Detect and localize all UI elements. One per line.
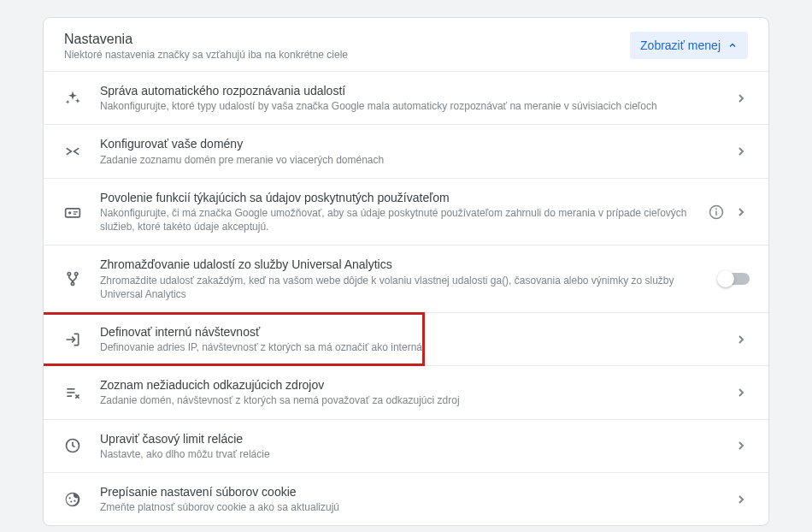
row-session-timeout[interactable]: Upraviť časový limit relácie Nastavte, a… — [44, 420, 768, 473]
chevron-right-icon — [733, 437, 750, 454]
row-trailing — [709, 204, 750, 221]
row-referrals[interactable]: Zoznam nežiaducich odkazujúcich zdrojov … — [44, 366, 768, 419]
svg-rect-2 — [74, 211, 78, 212]
chevron-right-icon — [733, 331, 750, 348]
row-user-data[interactable]: Povolenie funkcií týkajúcich sa údajov p… — [44, 179, 768, 246]
row-body: Povolenie funkcií týkajúcich sa údajov p… — [100, 190, 709, 234]
row-desc: Zmeňte platnosť súborov cookie a ako sa … — [100, 500, 724, 514]
svg-point-1 — [68, 211, 71, 214]
row-title: Zoznam nežiaducich odkazujúcich zdrojov — [100, 377, 724, 393]
row-body: Zhromažďovanie udalostí zo služby Univer… — [100, 257, 719, 301]
row-ua-events[interactable]: Zhromažďovanie udalostí zo služby Univer… — [44, 245, 768, 313]
row-trailing — [733, 90, 750, 107]
row-body: Prepísanie nastavení súborov cookie Zmeň… — [100, 484, 733, 514]
merge-icon — [62, 141, 83, 162]
chevron-right-icon — [733, 90, 750, 107]
row-desc: Zadanie domén, návštevnosť z ktorých sa … — [100, 393, 724, 407]
row-title: Upraviť časový limit relácie — [100, 431, 724, 446]
row-internal-traffic[interactable]: Definovať internú návštevnosť Definovani… — [44, 313, 768, 366]
row-title: Definovať internú návštevnosť — [100, 324, 724, 340]
cookie-icon — [62, 489, 83, 510]
row-title: Správa automatického rozpoznávania udalo… — [100, 83, 724, 98]
row-desc: Nakonfigurujte, ktoré typy udalostí by v… — [100, 99, 724, 113]
clock-icon — [62, 435, 83, 456]
svg-rect-0 — [66, 208, 80, 216]
row-desc: Zhromaždite udalosť zakaždým, keď na vaš… — [100, 274, 710, 301]
row-body: Konfigurovať vaše domény Zadanie zoznamu… — [100, 136, 733, 166]
row-auto-events[interactable]: Správa automatického rozpoznávania udalo… — [44, 72, 768, 125]
row-title: Povolenie funkcií týkajúcich sa údajov p… — [100, 190, 700, 205]
info-icon[interactable] — [709, 204, 724, 220]
chevron-right-icon — [733, 204, 750, 221]
chevron-up-icon — [727, 40, 738, 50]
toggle-switch[interactable] — [719, 273, 750, 285]
row-cookies[interactable]: Prepísanie nastavení súborov cookie Zmeň… — [44, 473, 768, 525]
chevron-right-icon — [733, 491, 750, 508]
row-trailing — [719, 273, 750, 285]
row-body: Správa automatického rozpoznávania udalo… — [100, 83, 733, 113]
svg-point-6 — [715, 208, 717, 210]
fork-icon — [62, 269, 83, 289]
row-trailing — [733, 384, 750, 401]
row-trailing — [733, 143, 750, 160]
svg-point-8 — [75, 273, 78, 275]
row-desc: Zadanie zoznamu domén pre meranie vo via… — [100, 153, 724, 167]
badge-icon — [62, 202, 83, 222]
settings-list: Správa automatického rozpoznávania udalo… — [44, 71, 768, 525]
svg-point-9 — [71, 282, 74, 285]
row-trailing — [733, 331, 750, 348]
row-body: Upraviť časový limit relácie Nastavte, a… — [100, 431, 733, 461]
card-header: Nastavenia Niektoré nastavenia značky sa… — [44, 18, 768, 71]
svg-point-16 — [69, 497, 71, 499]
row-title: Prepísanie nastavení súborov cookie — [100, 484, 724, 499]
row-domains[interactable]: Konfigurovať vaše domény Zadanie zoznamu… — [44, 125, 768, 178]
row-trailing — [733, 437, 750, 454]
row-trailing — [733, 491, 750, 508]
chevron-right-icon — [733, 384, 750, 401]
row-desc: Definovanie adries IP, návštevnosť z kto… — [100, 340, 724, 354]
card-header-text: Nastavenia Niektoré nastavenia značky sa… — [64, 32, 348, 61]
svg-point-7 — [68, 273, 70, 275]
list-remove-icon — [62, 382, 83, 403]
row-title: Zhromažďovanie udalostí zo služby Univer… — [100, 257, 710, 272]
row-title: Konfigurovať vaše domény — [100, 136, 724, 151]
login-icon — [62, 329, 83, 350]
collapse-label: Zobraziť menej — [640, 38, 721, 52]
row-desc: Nastavte, ako dlho môžu trvať relácie — [100, 447, 724, 461]
svg-point-18 — [74, 499, 75, 501]
card-title: Nastavenia — [64, 32, 348, 47]
card-subtitle: Niektoré nastavenia značky sa vzťahujú i… — [64, 49, 348, 61]
collapse-button[interactable]: Zobraziť menej — [630, 32, 748, 59]
row-body: Zoznam nežiaducich odkazujúcich zdrojov … — [100, 377, 733, 407]
chevron-right-icon — [733, 143, 750, 160]
svg-rect-3 — [74, 213, 76, 214]
row-desc: Nakonfigurujte, či má značka Google umož… — [100, 206, 700, 233]
settings-card: Nastavenia Niektoré nastavenia značky sa… — [43, 17, 769, 526]
sparkle-icon — [62, 88, 83, 109]
svg-point-17 — [70, 500, 72, 502]
svg-rect-5 — [715, 210, 717, 215]
row-body: Definovať internú návštevnosť Definovani… — [100, 324, 733, 354]
